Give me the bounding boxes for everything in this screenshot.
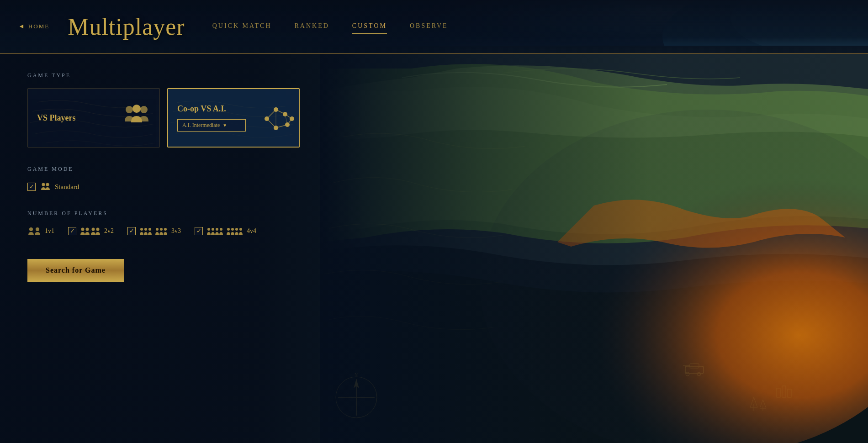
svg-point-57	[212, 228, 214, 231]
svg-point-45	[81, 228, 85, 231]
coop-ai-title: Co-op VS A.I.	[177, 104, 246, 114]
home-label: HOME	[28, 23, 49, 30]
svg-line-35	[276, 110, 285, 114]
2v2-checkbox[interactable]	[68, 227, 76, 235]
1v1-icon	[27, 226, 41, 236]
game-type-cards: VS Players	[27, 88, 338, 148]
svg-point-49	[96, 228, 100, 231]
navbar: ◄ HOME Multiplayer QUICK MATCH RANKED CU…	[0, 0, 868, 54]
vs-players-icon	[123, 103, 150, 132]
coop-ai-content: Co-op VS A.I. A.I. Intermediate ▼	[168, 89, 299, 147]
dropdown-arrow-icon: ▼	[222, 123, 227, 128]
player-option-3v3[interactable]: 3v3	[127, 226, 181, 236]
game-type-section: GAME TYPE VS Player	[27, 72, 338, 148]
tab-ranked[interactable]: RANKED	[295, 19, 329, 34]
ai-difficulty-label: A.I. Intermediate	[182, 122, 220, 129]
svg-point-51	[144, 228, 147, 231]
standard-mode-icon	[40, 182, 50, 192]
game-type-label: GAME TYPE	[27, 72, 338, 79]
vs-players-title: VS Players	[37, 113, 76, 123]
3v3-checkbox[interactable]	[127, 227, 136, 235]
svg-point-61	[231, 228, 234, 231]
vs-players-card[interactable]: VS Players	[27, 88, 160, 148]
svg-point-50	[140, 228, 143, 231]
4v4-checkbox[interactable]	[195, 227, 203, 235]
svg-point-25	[140, 106, 148, 113]
ai-difficulty-dropdown[interactable]: A.I. Intermediate ▼	[177, 119, 246, 132]
svg-point-60	[227, 228, 230, 231]
svg-point-63	[239, 228, 242, 231]
4v4-icon	[206, 226, 243, 236]
2v2-label: 2v2	[104, 227, 114, 235]
standard-mode-text: Standard	[55, 183, 79, 191]
ai-network-icon	[258, 104, 290, 132]
vs-players-left: VS Players	[37, 113, 76, 123]
tab-quick-match[interactable]: QUICK MATCH	[212, 19, 272, 34]
svg-point-59	[220, 228, 222, 231]
svg-point-55	[164, 228, 167, 231]
svg-point-41	[42, 183, 45, 186]
home-arrow-icon: ◄	[18, 23, 26, 30]
standard-mode-option[interactable]: Standard	[27, 182, 338, 192]
svg-point-53	[156, 228, 159, 231]
3v3-icon	[139, 226, 168, 236]
nav-tabs: QUICK MATCH RANKED CUSTOM OBSERVE	[212, 19, 448, 34]
players-row: 1v1 2v2	[27, 226, 338, 236]
players-label: NUMBER OF PLAYERS	[27, 210, 338, 217]
svg-rect-6	[320, 0, 868, 443]
players-section: NUMBER OF PLAYERS 1v1	[27, 210, 338, 236]
search-button[interactable]: Search for Game	[27, 259, 124, 282]
svg-point-54	[160, 228, 163, 231]
svg-point-24	[126, 106, 133, 113]
player-option-4v4[interactable]: 4v4	[195, 226, 256, 236]
game-mode-section: GAME MODE Standard	[27, 166, 338, 192]
svg-point-43	[29, 227, 33, 231]
standard-mode-checkbox[interactable]	[27, 183, 36, 191]
player-option-2v2[interactable]: 2v2	[68, 226, 114, 236]
1v1-label: 1v1	[45, 227, 54, 235]
4v4-label: 4v4	[247, 227, 256, 235]
svg-point-46	[86, 228, 89, 231]
svg-point-44	[36, 227, 39, 231]
svg-line-33	[267, 110, 276, 119]
coop-ai-card[interactable]: Co-op VS A.I. A.I. Intermediate ▼	[167, 88, 300, 148]
tab-observe[interactable]: OBSERVE	[410, 19, 448, 34]
svg-point-48	[92, 228, 95, 231]
main-content: GAME TYPE VS Player	[0, 54, 365, 443]
svg-point-62	[235, 228, 238, 231]
vs-players-content: VS Players	[28, 89, 159, 147]
home-button[interactable]: ◄ HOME	[18, 23, 49, 30]
svg-point-58	[216, 228, 218, 231]
svg-point-42	[46, 183, 49, 186]
coop-ai-left: Co-op VS A.I. A.I. Intermediate ▼	[177, 104, 246, 132]
page-title: Multiplayer	[68, 13, 185, 40]
svg-line-36	[276, 125, 287, 128]
game-mode-label: GAME MODE	[27, 166, 338, 173]
3v3-label: 3v3	[171, 227, 181, 235]
2v2-icon	[80, 226, 101, 236]
svg-line-34	[267, 119, 276, 128]
svg-point-26	[132, 105, 141, 113]
svg-point-56	[207, 228, 210, 231]
tab-custom[interactable]: CUSTOM	[352, 19, 387, 34]
svg-line-38	[287, 119, 292, 125]
svg-point-52	[148, 228, 151, 231]
player-option-1v1[interactable]: 1v1	[27, 226, 54, 236]
